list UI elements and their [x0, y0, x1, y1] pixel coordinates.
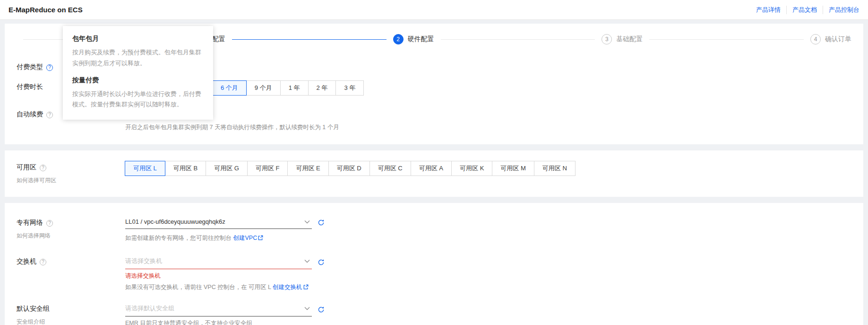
security-group-help-1: EMR 目前只支持普通安全组，不支持企业安全组	[125, 318, 851, 325]
zone-label: 可用区	[17, 163, 36, 172]
step-label: 基础配置	[616, 35, 643, 44]
pay-type-tooltip: 包年包月 按月购买及续费，为预付费模式。包年包月集群实例到期之后才可以释放。 按…	[63, 26, 213, 120]
security-group-select-placeholder: 请选择默认安全组	[125, 304, 174, 313]
zone-option-button[interactable]: 可用区 A	[411, 161, 452, 176]
zone-option-button[interactable]: 可用区 B	[165, 161, 206, 176]
zone-card: 可用区 如何选择可用区 可用区 L可用区 B可用区 G可用区 F可用区 E可用区…	[5, 150, 863, 197]
zone-option-button[interactable]: 可用区 N	[534, 161, 576, 176]
zone-option-button[interactable]: 可用区 D	[328, 161, 370, 176]
vpc-select[interactable]: LL01 / vpc-uf6dceyquuuwuegqhqk6z	[125, 216, 312, 229]
step-item[interactable]: 3 基础配置	[434, 34, 643, 44]
step-circle: 2	[393, 34, 404, 44]
zone-option-button[interactable]: 可用区 C	[370, 161, 411, 176]
step-label: 确认订单	[825, 35, 851, 44]
zone-row: 可用区 如何选择可用区 可用区 L可用区 B可用区 G可用区 F可用区 E可用区…	[17, 161, 851, 184]
vswitch-select[interactable]: 请选择交换机	[125, 255, 312, 269]
zone-option-button[interactable]: 可用区 L	[125, 161, 165, 176]
step-circle: 3	[602, 34, 612, 44]
step-item[interactable]: 2 硬件配置	[225, 34, 434, 44]
tooltip-section-body: 按实际开通时长以小时为单位进行收费，后付费模式。按量付费集群实例可以随时释放。	[72, 89, 204, 111]
page-title: E-MapReduce on ECS	[9, 6, 83, 14]
duration-option-button[interactable]: 2 年	[308, 80, 336, 96]
step-connector	[649, 39, 804, 40]
duration-option-button[interactable]: 1 年	[280, 80, 309, 96]
tooltip-section-body: 按月购买及续费，为预付费模式。包年包月集群实例到期之后才可以释放。	[72, 47, 204, 69]
step-circle: 4	[810, 34, 821, 44]
vpc-select-value: LL01 / vpc-uf6dceyquuuwuegqhqk6z	[125, 218, 225, 225]
security-group-select[interactable]: 请选择默认安全组	[125, 302, 312, 316]
vpc-help-link[interactable]: 如何选择网络	[17, 232, 125, 240]
security-group-row: 默认安全组 安全组介绍 请选择默认安全组 EMR 目前只支持普通安全组，不支持企…	[17, 302, 851, 325]
step-item[interactable]: 4 确认订单	[643, 34, 851, 44]
duration-option-button[interactable]: 6 个月	[212, 80, 247, 96]
vpc-help-prefix: 如需创建新的专有网络，您可前往控制台	[125, 235, 233, 241]
zone-help-link[interactable]: 如何选择可用区	[17, 176, 125, 184]
vswitch-help-text: 如果没有可选交换机，请前往 VPC 控制台，在 可用区 L 创建交换机	[125, 282, 851, 292]
header-links: 产品详情产品文档产品控制台	[750, 6, 859, 14]
tooltip-section: 按量付费 按实际开通时长以小时为单位进行收费，后付费模式。按量付费集群实例可以随…	[72, 76, 204, 111]
zone-option-button[interactable]: 可用区 G	[206, 161, 248, 176]
pay-duration-label: 付费时长	[17, 83, 43, 91]
create-vswitch-link[interactable]: 创建交换机	[273, 284, 302, 290]
refresh-icon[interactable]	[318, 306, 325, 313]
pay-type-label: 付费类型	[17, 63, 43, 71]
header-link[interactable]: 产品详情	[750, 6, 787, 14]
zone-option-button[interactable]: 可用区 K	[451, 161, 492, 176]
external-link-icon	[303, 284, 309, 290]
vswitch-label: 交换机	[17, 257, 36, 266]
vpc-help-text: 如需创建新的专有网络，您可前往控制台 创建VPC	[125, 233, 851, 243]
vswitch-error-text: 请选择交换机	[125, 272, 851, 280]
auto-renew-help: 开启之后包年包月集群实例到期 7 天将自动执行续费操作，默认续费时长为 1 个月	[125, 123, 851, 132]
chevron-down-icon	[304, 259, 310, 263]
header-link[interactable]: 产品控制台	[823, 6, 859, 14]
help-icon[interactable]	[40, 165, 46, 171]
header-link[interactable]: 产品文档	[787, 6, 823, 14]
network-card: 专有网络 如何选择网络 LL01 / vpc-uf6dceyquuuwuegqh…	[5, 203, 863, 325]
step-connector	[232, 39, 387, 40]
zone-option-button[interactable]: 可用区 M	[492, 161, 534, 176]
external-link-icon	[258, 235, 263, 240]
create-vpc-link[interactable]: 创建VPC	[233, 235, 257, 241]
help-icon[interactable]	[46, 112, 53, 118]
vpc-label: 专有网络	[17, 219, 43, 227]
duration-option-button[interactable]: 9 个月	[246, 80, 281, 96]
help-icon[interactable]	[46, 64, 53, 71]
zone-button-group: 可用区 L可用区 B可用区 G可用区 F可用区 E可用区 D可用区 C可用区 A…	[125, 161, 851, 176]
vswitch-row: 交换机 请选择交换机 请选择交换机 如果没有可选交换机，请前往 VPC 控制台，…	[17, 255, 851, 292]
help-icon[interactable]	[40, 259, 46, 265]
step-label: 硬件配置	[408, 35, 434, 44]
zone-option-button[interactable]: 可用区 E	[287, 161, 328, 176]
help-icon[interactable]	[46, 220, 53, 227]
chevron-down-icon	[304, 220, 310, 224]
tooltip-section-title: 按量付费	[72, 76, 204, 85]
step-connector	[441, 39, 595, 40]
zone-option-button[interactable]: 可用区 F	[247, 161, 288, 176]
tooltip-section: 包年包月 按月购买及续费，为预付费模式。包年包月集群实例到期之后才可以释放。	[72, 35, 204, 69]
vpc-row: 专有网络 如何选择网络 LL01 / vpc-uf6dceyquuuwuegqh…	[17, 216, 851, 243]
chevron-down-icon	[304, 307, 310, 310]
refresh-icon[interactable]	[318, 219, 325, 226]
vswitch-help-prefix: 如果没有可选交换机，请前往 VPC 控制台，在 可用区 L	[125, 284, 273, 290]
security-group-label: 默认安全组	[17, 305, 50, 313]
duration-button-group: 6 个月9 个月1 年2 年3 年	[213, 80, 851, 96]
refresh-icon[interactable]	[318, 259, 325, 266]
vswitch-select-placeholder: 请选择交换机	[125, 257, 162, 265]
tooltip-section-title: 包年包月	[72, 35, 204, 43]
app-header: E-MapReduce on ECS 产品详情产品文档产品控制台	[0, 0, 868, 20]
duration-option-button[interactable]: 3 年	[335, 80, 364, 96]
security-group-sublabel: 安全组介绍	[17, 318, 125, 325]
auto-renew-label: 自动续费	[17, 110, 43, 119]
